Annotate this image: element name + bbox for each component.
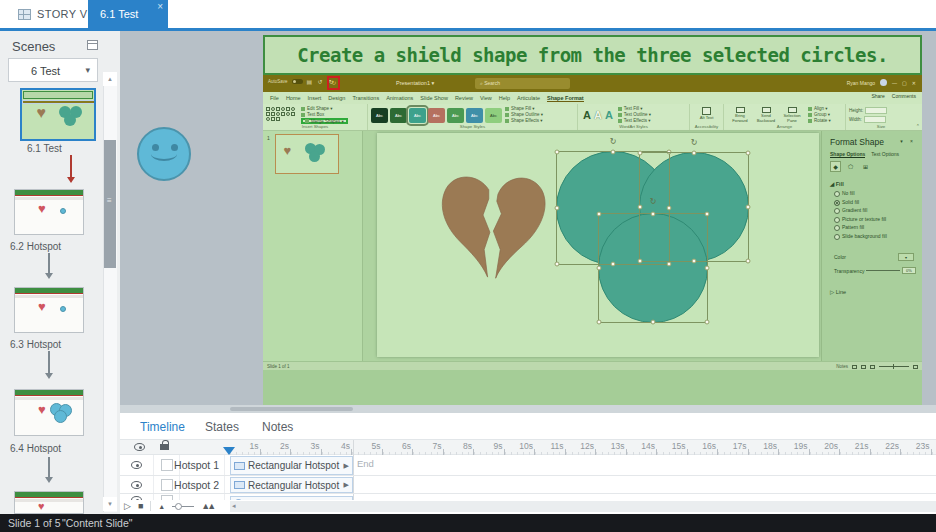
selection-handle[interactable] (705, 320, 710, 325)
arrange-button: Bring Forward (727, 106, 753, 123)
timeline-bar-hotspot-1[interactable]: Rectangular Hotspot 1 ▶ (230, 456, 353, 475)
selection-handle[interactable] (651, 212, 656, 217)
slide-thumbnail-6-2[interactable]: ♥ (14, 189, 84, 235)
ppt-ribbon: Edit Shape ▾ Text Box Merge Shapes ▾ Ins… (263, 104, 922, 131)
slide-thumbnail-6-5-partial[interactable]: ♥ (14, 491, 84, 514)
show-hide-all-eye-icon[interactable] (134, 443, 145, 451)
play-icon[interactable]: ▷ (124, 501, 131, 511)
timeline-bar-label: Rectangular Hotspot 1 (248, 460, 341, 471)
zoom-out-icon[interactable]: ▲ (158, 503, 165, 510)
visibility-eye-icon[interactable] (131, 461, 142, 469)
selection-handle[interactable] (746, 259, 751, 264)
smiley-face-shape[interactable] (137, 127, 191, 181)
thumbnail-preview: ♥ (15, 492, 83, 513)
branch-arrow (48, 457, 50, 481)
slide-thumbnail-label: 6.2 Hotspot (10, 241, 61, 252)
transparency-row: Transparency 0% (834, 267, 916, 274)
slide-thumbnail-label: 6.3 Hotspot (10, 339, 61, 350)
ppt-screenshot-object[interactable]: AutoSave ▤ ↺ ↻ ↻ Presentation1 ▾ ⌕ Searc… (263, 75, 922, 370)
selection-handle[interactable] (651, 320, 656, 325)
scroll-down-icon[interactable]: ▼ (103, 497, 117, 511)
selection-handle[interactable] (597, 212, 602, 217)
scroll-up-icon[interactable]: ▲ (103, 72, 117, 86)
collapse-panel-icon[interactable] (87, 40, 98, 50)
story-view-icon (18, 9, 31, 20)
selection-handle[interactable] (692, 151, 697, 156)
timeline-ruler[interactable]: 1s2s3s4s5s6s7s8s9s10s11s12s13s14s15s16s1… (230, 440, 936, 455)
ruler-tick: 7s (413, 440, 444, 455)
ppt-editing-area: 1 ♥ (263, 131, 922, 361)
scenes-scrollbar-thumb[interactable] (104, 140, 116, 268)
scroll-left-icon[interactable]: ◂ (232, 502, 236, 510)
selection-handle[interactable] (611, 150, 616, 155)
ribbon-group-label: WordArt Styles (578, 124, 689, 129)
lock-all-icon[interactable] (160, 444, 169, 450)
thumbnail-preview: ♥ (22, 90, 94, 139)
scene-dropdown-value: 6 Test (31, 65, 60, 77)
stage-canvas[interactable]: Create a shield shape from the three sel… (120, 31, 936, 405)
stop-icon[interactable]: ■ (138, 501, 143, 511)
slide-thumbnail-6-1[interactable]: ♥ (20, 88, 96, 141)
ruler-tick: 8s (444, 440, 475, 455)
heart-shape-icon: ♥ (36, 104, 46, 122)
app-status-bar: Slide 1 of 5 "Content Slide" (0, 514, 936, 532)
scene-dropdown[interactable]: 6 Test ▾ (8, 58, 98, 82)
lock-checkbox[interactable] (161, 479, 173, 491)
timeline-horizontal-scrollbar[interactable]: ◂ (230, 501, 936, 512)
selection-handle[interactable] (746, 151, 751, 156)
slide-title-box[interactable]: Create a shield shape from the three sel… (263, 35, 922, 75)
shape-width-field: Width: (849, 115, 913, 123)
ppt-zoom-slider (879, 366, 909, 367)
ruler-tick: 5s (352, 440, 383, 455)
text-fill-button: Text Fill ▾ (618, 106, 651, 111)
selection-handle[interactable] (555, 262, 560, 267)
tab-timeline[interactable]: Timeline (140, 420, 185, 434)
timeline-bar-hotspot-2[interactable]: Rectangular Hotspot 2 ▶ (230, 477, 353, 493)
scenes-scrollbar-track[interactable] (103, 72, 117, 512)
arrange-menu-button: Rotate ▾ (808, 118, 831, 123)
close-tab-icon[interactable]: × (157, 1, 163, 12)
ppt-autosave-label: AutoSave (268, 79, 288, 84)
line-section-header: ▷ Line (830, 289, 846, 295)
visibility-eye-icon[interactable] (131, 481, 142, 489)
autosave-toggle-icon (292, 79, 303, 84)
arrange-menu-button: Align ▾ (808, 106, 831, 111)
ppt-ribbon-tabs: FileHomeInsertDesignTransitionsAnimation… (263, 92, 922, 104)
panel-resize-divider[interactable] (120, 405, 936, 413)
slide-thumbnail-6-3[interactable]: ♥ (14, 287, 84, 333)
selection-handle[interactable] (555, 206, 560, 211)
tab-slide-6-1-test[interactable]: 6.1 Test × (88, 0, 168, 28)
tab-states[interactable]: States (205, 420, 239, 434)
slide-stage[interactable]: Create a shield shape from the three sel… (263, 35, 922, 405)
timeline-row-hotspot-1[interactable]: Hotspot 1 Rectangular Hotspot 1 ▶ (120, 455, 936, 476)
selection-handle[interactable] (705, 266, 710, 271)
selection-handle[interactable] (597, 266, 602, 271)
arrange-button: Selection Pane (779, 106, 805, 123)
timeline-zoom-slider[interactable] (172, 506, 194, 507)
restore-icon: ▢ (902, 80, 907, 86)
ppt-ribbon-tab: Animations (386, 95, 413, 101)
user-avatar (880, 79, 887, 86)
zoom-in-icon[interactable]: ▲▲ (201, 501, 213, 511)
tab-notes[interactable]: Notes (262, 420, 293, 434)
ppt-status-bar: Slide 1 of 1 Notes (263, 361, 922, 370)
selection-box (598, 213, 708, 323)
heart-shape-icon: ♥ (283, 143, 291, 158)
ruler-tick: 18s (749, 440, 780, 455)
lock-checkbox[interactable] (161, 459, 173, 471)
selection-handle[interactable] (705, 212, 710, 217)
divider-handle[interactable] (230, 407, 353, 411)
selection-handle[interactable] (597, 320, 602, 325)
playhead-marker[interactable] (223, 447, 235, 455)
selection-handle[interactable] (638, 151, 643, 156)
slide-thumbnail-6-4[interactable]: ♥ (14, 389, 84, 436)
timeline-row-hotspot-2[interactable]: Hotspot 2 Rectangular Hotspot 2 ▶ (120, 476, 936, 494)
selection-handle[interactable] (746, 205, 751, 210)
selection-handle[interactable] (555, 150, 560, 155)
rectangle-icon (234, 462, 245, 470)
ruler-tick: 12s (566, 440, 597, 455)
ruler-tick: 4s (322, 440, 353, 455)
selection-handle[interactable] (638, 205, 643, 210)
shape-style-gallery: Abc Abc Abc Abc Abc Abc Abc (371, 106, 502, 123)
ppt-ribbon-tab: Design (328, 95, 345, 101)
